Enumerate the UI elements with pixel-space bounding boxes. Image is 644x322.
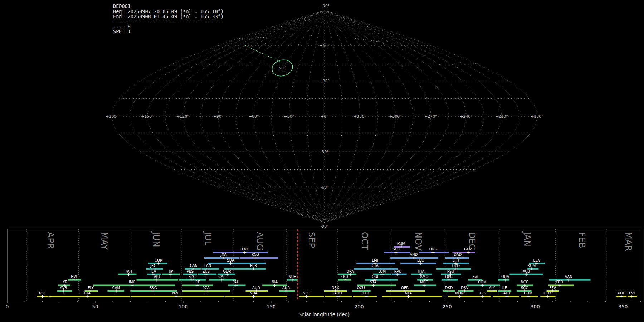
shower-code-com: COM — [478, 280, 486, 284]
shower-code-ncc: NCC — [521, 280, 528, 284]
meteor-trail — [239, 37, 268, 38]
shower-code-aur: AUR — [282, 286, 290, 290]
shower-code-kum: KUM — [397, 242, 405, 246]
shower-code-ohy: OHY — [543, 291, 551, 295]
shower-code-nia: NIA — [272, 280, 278, 284]
graticule-meridian — [325, 10, 431, 223]
graticule-meridian — [218, 10, 325, 223]
radiant-label: SPE — [279, 66, 286, 70]
shower-code-ocu: OCU — [357, 286, 365, 290]
activity-bar-sda — [208, 263, 266, 264]
shower-code-dsx: DSX — [332, 286, 339, 290]
activity-bar-imc — [93, 285, 175, 287]
axis-tick-label: 100 — [179, 304, 188, 309]
shower-code-dpc: DPC — [445, 275, 453, 279]
shower-code-ege: EGE — [362, 291, 370, 295]
shower-code-fed: FED — [556, 280, 564, 284]
activity-bar-leo — [400, 263, 436, 264]
shower-code-eri: ERI — [242, 247, 248, 251]
shower-code-sld: SLD — [392, 247, 400, 251]
spe-count: SPE: 1 — [113, 29, 131, 34]
shower-code-ffv: FFV — [550, 286, 556, 290]
month-label-mar: MAR — [623, 232, 633, 251]
axis-tick-label: 350 — [619, 304, 628, 309]
month-label-oct: OCT — [360, 232, 370, 250]
longitude-label: +150° — [141, 114, 154, 119]
latitude-label: +90° — [319, 4, 330, 8]
shower-code-nta: NTA — [405, 291, 412, 295]
month-label-jan: JAN — [522, 231, 532, 247]
longitude-label: +240° — [460, 114, 473, 119]
month-label-feb: FEB — [577, 232, 587, 248]
shower-code-hvi: HVI — [71, 275, 77, 279]
shower-code-and: AND — [410, 253, 418, 257]
shower-code-ors: ORS — [429, 247, 437, 251]
shower-code-avb: AVB — [60, 286, 67, 290]
shower-code-zcs: ZCS — [203, 269, 210, 273]
axis-tick-label: 250 — [443, 304, 452, 309]
shower-code-rpu: RPU — [394, 269, 401, 273]
latitude-label: -90° — [320, 224, 328, 229]
month-label-jul: JUL — [203, 231, 213, 246]
shower-code-xum: XUM — [527, 264, 536, 268]
shower-code-nue: NUE — [288, 275, 296, 279]
shower-code-oct: OCT — [341, 275, 349, 279]
shower-code-pbs: PBS — [187, 269, 194, 273]
latitude-label: +60° — [319, 43, 330, 48]
shower-code-imc: IMC — [129, 280, 136, 284]
shower-code-leo: LEO — [417, 258, 424, 262]
shower-code-psu: PSU — [447, 269, 454, 273]
longitude-label: +120° — [176, 114, 189, 119]
longitude-label: +0° — [321, 114, 328, 119]
shower-code-kcg: KCG — [252, 253, 259, 257]
month-label-apr: APR — [45, 232, 55, 249]
axis-tick-label: 0 — [6, 304, 9, 309]
shower-code-oer: OER — [401, 286, 409, 290]
x-axis-title: Solar longitude (deg) — [299, 312, 350, 317]
shower-code-ari: ARI — [154, 275, 160, 279]
longitude-label: +270° — [424, 114, 437, 119]
latitude-label: -60° — [320, 185, 328, 190]
longitude-label: +180° — [106, 114, 118, 119]
shower-code-tah: TAH — [125, 269, 132, 273]
shower-code-evi: EVI — [629, 291, 635, 295]
longitude-label: +300° — [389, 114, 402, 119]
latitude-label: -30° — [320, 150, 328, 154]
radiant-drift-track — [244, 45, 281, 62]
shower-code-aud: AUD — [252, 286, 260, 290]
shower-code-aan: AAN — [565, 275, 572, 279]
shower-code-ely: ELY — [88, 286, 94, 290]
shower-code-aly: ALY — [489, 286, 495, 290]
shower-code-sta: STA — [370, 280, 377, 284]
axis-tick-label: 300 — [531, 304, 540, 309]
shower-code-lmi: LMI — [372, 258, 378, 262]
shower-code-gum: GUM — [524, 291, 532, 295]
radiant-map-screen: +180°+150°+120°+90°+60°+30°+0°+330°+300°… — [0, 0, 644, 322]
shower-code-lyr: LYR — [61, 280, 67, 284]
shower-code-spe: SPE — [303, 291, 310, 295]
meteor-trail — [355, 38, 384, 42]
shower-code-eta: ETA — [84, 291, 91, 295]
shower-code-cam: CAM — [112, 286, 120, 290]
shower-code-nzc: NZC — [172, 291, 180, 295]
longitude-label: +330° — [353, 114, 366, 119]
shower-code-amo: AMO — [420, 275, 428, 279]
activity-bar-nda — [224, 296, 287, 297]
shower-code-iip: IIP — [169, 269, 173, 273]
shower-code-noo: NOO — [420, 280, 428, 284]
graticule-meridian — [147, 10, 325, 223]
shower-code-per: PER — [250, 264, 257, 268]
activity-bar-nta — [382, 296, 442, 297]
shower-code-ahy: AHY — [503, 291, 511, 295]
axis-tick-label: 50 — [92, 304, 98, 309]
longitude-label: +60° — [249, 114, 259, 119]
sky-map: +180°+150°+120°+90°+60°+30°+0°+330°+300°… — [106, 4, 543, 229]
shower-code-dsv: DSV — [461, 286, 468, 290]
activity-bar-eta — [49, 296, 130, 297]
shower-code-ile: ILE — [502, 286, 507, 290]
shower-code-xcb: XCB — [523, 269, 530, 273]
shower-code-dra: DRA — [347, 269, 354, 273]
shower-code-nda: NDA — [250, 291, 258, 295]
activity-bar-kcg — [240, 257, 278, 259]
shower-code-qua: QUA — [501, 275, 509, 279]
